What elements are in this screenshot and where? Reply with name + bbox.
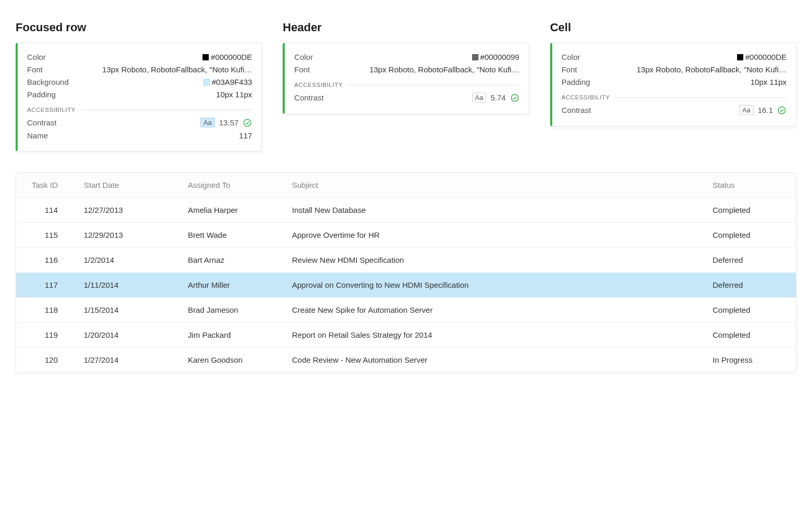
property-row: Color#000000DE bbox=[562, 50, 786, 63]
card-body: Color#000000DEFont13px Roboto, RobotoFal… bbox=[550, 43, 796, 126]
check-circle-icon bbox=[510, 93, 519, 103]
cell-status[interactable]: Completed bbox=[702, 223, 796, 248]
cell-start-date[interactable]: 1/27/2014 bbox=[73, 348, 177, 373]
property-value-text: 13px Roboto, RobotoFallback, "Noto Kufi… bbox=[370, 65, 519, 74]
cell-task-id[interactable]: 116 bbox=[16, 248, 73, 273]
cell-start-date[interactable]: 1/2/2014 bbox=[73, 248, 177, 273]
cell-subject[interactable]: Code Review - New Automation Server bbox=[282, 348, 702, 373]
table-row[interactable]: 1171/11/2014Arthur MillerApproval on Con… bbox=[16, 273, 796, 298]
column-header-status[interactable]: Status bbox=[702, 173, 796, 198]
cell-task-id[interactable]: 120 bbox=[16, 348, 73, 373]
column-header-assigned-to[interactable]: Assigned To bbox=[177, 173, 282, 198]
cell-task-id[interactable]: 119 bbox=[16, 323, 73, 348]
cell-task-id[interactable]: 115 bbox=[16, 223, 73, 248]
accessibility-section-label: Accessibility bbox=[27, 107, 252, 113]
color-swatch-icon bbox=[204, 79, 210, 85]
cell-subject[interactable]: Review New HDMI Specification bbox=[282, 248, 702, 273]
table-row[interactable]: 1201/27/2014Karen GoodsonCode Review - N… bbox=[16, 348, 796, 373]
table-header-row: Task ID Start Date Assigned To Subject S… bbox=[16, 173, 796, 198]
cell-status[interactable]: Deferred bbox=[702, 248, 796, 273]
cell-subject[interactable]: Install New Database bbox=[282, 198, 702, 223]
contrast-row: ContrastAa16.1 bbox=[562, 104, 786, 117]
property-row: Padding10px 11px bbox=[27, 88, 252, 100]
svg-point-2 bbox=[778, 107, 785, 114]
column-header-start-date[interactable]: Start Date bbox=[73, 173, 177, 198]
contrast-label: Contrast bbox=[27, 118, 57, 127]
contrast-number: 13.57 bbox=[219, 118, 239, 127]
cell-assigned-to[interactable]: Jim Packard bbox=[177, 323, 282, 348]
cell-assigned-to[interactable]: Brad Jameson bbox=[177, 298, 282, 323]
property-label: Background bbox=[27, 78, 69, 86]
table-row[interactable]: 11412/27/2013Amelia HarperInstall New Da… bbox=[16, 198, 796, 223]
cell-subject[interactable]: Report on Retail Sales Strategy for 2014 bbox=[282, 323, 702, 348]
property-row: Font13px Roboto, RobotoFallback, "Noto K… bbox=[562, 63, 786, 75]
cell-assigned-to[interactable]: Arthur Miller bbox=[177, 273, 282, 298]
cell-assigned-to[interactable]: Karen Goodson bbox=[177, 348, 282, 373]
color-swatch-icon bbox=[472, 54, 478, 60]
card-body: Color#00000099Font13px Roboto, RobotoFal… bbox=[283, 43, 529, 114]
inspector-card: HeaderColor#00000099Font13px Roboto, Rob… bbox=[283, 21, 529, 151]
cell-subject[interactable]: Approval on Converting to New HDMI Speci… bbox=[282, 273, 702, 298]
contrast-number: 16.1 bbox=[758, 106, 773, 114]
property-value: #03A9F433 bbox=[204, 78, 252, 86]
column-header-subject[interactable]: Subject bbox=[282, 173, 702, 198]
property-value-text: #03A9F433 bbox=[212, 78, 252, 86]
cell-status[interactable]: Deferred bbox=[702, 273, 796, 298]
cell-start-date[interactable]: 12/29/2013 bbox=[73, 223, 177, 248]
contrast-label: Contrast bbox=[294, 93, 324, 102]
cell-assigned-to[interactable]: Brett Wade bbox=[177, 223, 282, 248]
inspector-card: Focused rowColor#000000DEFont13px Roboto… bbox=[16, 21, 262, 151]
contrast-row: ContrastAa5.74 bbox=[294, 91, 519, 104]
table-row[interactable]: 11512/29/2013Brett WadeApprove Overtime … bbox=[16, 223, 796, 248]
cell-status[interactable]: Completed bbox=[702, 198, 796, 223]
check-circle-icon bbox=[243, 118, 252, 128]
property-label: Font bbox=[294, 65, 310, 74]
divider bbox=[615, 97, 786, 98]
svg-point-1 bbox=[511, 94, 518, 101]
contrast-value: Aa16.1 bbox=[739, 105, 786, 115]
card-title: Focused row bbox=[16, 21, 262, 34]
cell-status[interactable]: Completed bbox=[702, 298, 796, 323]
property-value: #000000DE bbox=[737, 53, 786, 61]
cell-start-date[interactable]: 12/27/2013 bbox=[73, 198, 177, 223]
property-row: Font13px Roboto, RobotoFallback, "Noto K… bbox=[27, 63, 252, 75]
data-grid[interactable]: Task ID Start Date Assigned To Subject S… bbox=[16, 172, 796, 373]
property-value: 117 bbox=[239, 131, 252, 140]
color-swatch-icon bbox=[737, 54, 743, 60]
column-header-task-id[interactable]: Task ID bbox=[16, 173, 73, 198]
property-row: Font13px Roboto, RobotoFallback, "Noto K… bbox=[294, 63, 519, 75]
property-value: 10px 11px bbox=[216, 90, 252, 99]
cell-assigned-to[interactable]: Amelia Harper bbox=[177, 198, 282, 223]
cell-start-date[interactable]: 1/20/2014 bbox=[73, 323, 177, 348]
property-label: Color bbox=[562, 53, 580, 61]
property-value: #000000DE bbox=[202, 53, 252, 61]
cell-task-id[interactable]: 117 bbox=[16, 273, 73, 298]
cell-task-id[interactable]: 118 bbox=[16, 298, 73, 323]
property-label: Padding bbox=[562, 78, 590, 86]
cell-subject[interactable]: Approve Overtime for HR bbox=[282, 223, 702, 248]
cell-status[interactable]: In Progress bbox=[702, 348, 796, 373]
property-value: 13px Roboto, RobotoFallback, "Noto Kufi… bbox=[102, 65, 252, 74]
property-label: Padding bbox=[27, 90, 56, 99]
cell-start-date[interactable]: 1/11/2014 bbox=[73, 273, 177, 298]
cell-status[interactable]: Completed bbox=[702, 323, 796, 348]
table-row[interactable]: 1161/2/2014Bart ArnazReview New HDMI Spe… bbox=[16, 248, 796, 273]
contrast-number: 5.74 bbox=[490, 93, 505, 102]
contrast-value: Aa13.57 bbox=[200, 118, 252, 128]
property-value: 13px Roboto, RobotoFallback, "Noto Kufi… bbox=[637, 65, 786, 74]
table-row[interactable]: 1191/20/2014Jim PackardReport on Retail … bbox=[16, 323, 796, 348]
cell-subject[interactable]: Create New Spike for Automation Server bbox=[282, 298, 702, 323]
property-value-text: 10px 11px bbox=[216, 90, 252, 99]
contrast-aa-badge: Aa bbox=[200, 118, 215, 128]
property-value: #00000099 bbox=[472, 53, 519, 61]
cell-start-date[interactable]: 1/15/2014 bbox=[73, 298, 177, 323]
cell-assigned-to[interactable]: Bart Arnaz bbox=[177, 248, 282, 273]
property-label: Font bbox=[27, 65, 43, 74]
cell-task-id[interactable]: 114 bbox=[16, 198, 73, 223]
contrast-aa-badge: Aa bbox=[472, 93, 487, 103]
property-value: 13px Roboto, RobotoFallback, "Noto Kufi… bbox=[370, 65, 519, 74]
accessibility-section-label: Accessibility bbox=[562, 94, 786, 100]
property-value-text: 13px Roboto, RobotoFallback, "Noto Kufi… bbox=[102, 65, 252, 74]
property-value-text: 13px Roboto, RobotoFallback, "Noto Kufi… bbox=[637, 65, 786, 74]
table-row[interactable]: 1181/15/2014Brad JamesonCreate New Spike… bbox=[16, 298, 796, 323]
